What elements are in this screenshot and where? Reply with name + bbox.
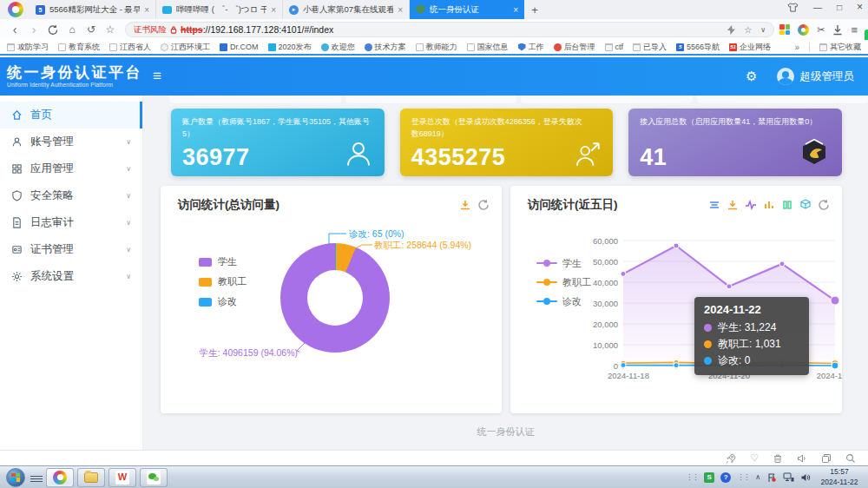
tab-close-icon[interactable]: ×	[513, 5, 518, 15]
sidebar-item-home[interactable]: 首页	[0, 102, 142, 129]
reload-icon[interactable]	[43, 24, 62, 36]
svg-text:0: 0	[614, 361, 618, 371]
close-button[interactable]: ×	[857, 1, 863, 13]
download-icon[interactable]	[459, 199, 471, 211]
browser-tab[interactable]: 5566精彩网址大全 - 最早最方 ×	[30, 0, 156, 19]
browser-tab-active[interactable]: 统一身份认证 ×	[410, 0, 524, 19]
boost-rocket-icon[interactable]	[726, 453, 736, 464]
other-bookmarks[interactable]: 其它收藏	[819, 42, 861, 53]
refresh-icon[interactable]	[818, 199, 830, 211]
browser-logo-icon[interactable]	[8, 2, 23, 17]
bookmark-item[interactable]: 51企业网络	[729, 42, 771, 53]
legend-item[interactable]: 教职工	[536, 273, 591, 292]
taskbar-clock[interactable]: 15:57 2024-11-22	[817, 467, 862, 486]
bookmarks-overflow-icon[interactable]: »	[794, 43, 799, 52]
minimize-button[interactable]: —	[813, 3, 822, 12]
screenshot-scissors-icon[interactable]: ✂	[817, 24, 825, 36]
address-bar[interactable]: 证书风险 https://192.168.177.128:4101/#/inde…	[125, 22, 774, 37]
tray-app-icon[interactable]: S	[704, 472, 714, 483]
bookmark-item[interactable]: 技术方案	[365, 42, 406, 53]
file-icon	[11, 217, 23, 228]
tooltip-value: 诊改: 0	[718, 353, 750, 368]
legend-item[interactable]: 教职工	[199, 272, 247, 292]
stat-card-value: 41	[640, 144, 667, 171]
legend-item[interactable]: 诊改	[536, 292, 591, 311]
bookmark-item[interactable]: 欢迎您	[321, 42, 355, 53]
bookmark-item[interactable]: 江西省人	[109, 42, 151, 53]
bookmark-item[interactable]: ctf	[605, 43, 624, 51]
tab-close-icon[interactable]: ×	[398, 5, 403, 15]
action-center-flag-icon[interactable]	[766, 472, 777, 483]
apps-grid-icon[interactable]	[779, 24, 790, 35]
bar-chart-icon[interactable]	[763, 199, 775, 211]
multi-window-icon[interactable]	[821, 453, 832, 464]
sidebar-item-system[interactable]: 系统设置 ∨	[0, 263, 142, 290]
star-icon[interactable]: ☆	[101, 23, 120, 36]
cube-icon[interactable]	[799, 199, 812, 211]
download-icon[interactable]	[727, 199, 739, 211]
back-icon[interactable]: ‹	[5, 23, 24, 36]
line-chart-icon[interactable]	[745, 199, 757, 211]
bookmark-item[interactable]: 工作	[518, 42, 544, 53]
sidebar-item-certificates[interactable]: 证书管理 ∨	[0, 236, 142, 263]
sidebar-item-applications[interactable]: 应用管理 ∨	[0, 155, 142, 182]
bookmark-item[interactable]: 已导入	[633, 42, 667, 53]
task-list-icon[interactable]	[30, 476, 43, 479]
bookmark-item[interactable]: 国家信息	[467, 42, 509, 53]
browser-account-icon[interactable]	[798, 24, 809, 36]
new-tab-button[interactable]: +	[524, 0, 545, 19]
volume-icon[interactable]	[800, 472, 811, 483]
bookmark-item[interactable]: 后台管理	[554, 42, 595, 53]
settings-gear-icon[interactable]: ⚙	[746, 69, 757, 84]
network-icon[interactable]	[783, 472, 794, 482]
menu-icon[interactable]: ≡	[851, 23, 858, 36]
tray-help-icon[interactable]: ?	[720, 472, 731, 483]
taskbar-wechat-button[interactable]	[140, 468, 168, 487]
sidebar-label: 安全策略	[30, 188, 74, 203]
browser-tab[interactable]: 小巷人家第07集在线观看-电 ×	[283, 0, 410, 19]
sidebar-item-audit[interactable]: 日志审计 ∨	[0, 209, 142, 236]
address-chevron-icon[interactable]: ∨	[760, 26, 766, 34]
taskbar-wps-button[interactable]: W	[108, 468, 136, 487]
tab-close-icon[interactable]: ×	[144, 5, 149, 15]
theme-icon[interactable]	[787, 3, 799, 12]
browser-tab[interactable]: 哔哩哔哩 ( ゜- ゜)つロ 干杯~-b ×	[156, 0, 283, 19]
forward-icon[interactable]: ›	[24, 23, 43, 36]
bookmark-star-icon[interactable]: ☆	[744, 25, 752, 35]
tab-close-icon[interactable]: ×	[271, 5, 276, 15]
bookmark-item[interactable]: 江西环境工	[161, 42, 210, 53]
taskbar-explorer-button[interactable]	[77, 468, 105, 487]
trash-icon[interactable]	[773, 453, 783, 464]
downloads-icon[interactable]	[832, 24, 843, 36]
show-hidden-icons[interactable]: ∧	[755, 473, 760, 481]
user-menu[interactable]: 超级管理员	[777, 68, 855, 85]
home-icon[interactable]: ⌂	[62, 23, 82, 36]
sidebar-label: 首页	[30, 108, 52, 122]
zoom-search-icon[interactable]	[845, 453, 856, 464]
legend-item[interactable]: 诊改	[199, 292, 247, 312]
avatar	[777, 68, 794, 85]
taskbar-browser-button[interactable]	[46, 468, 74, 487]
folder-icon	[605, 43, 613, 51]
mute-speaker-icon[interactable]	[797, 453, 807, 464]
refresh-icon[interactable]	[477, 199, 490, 211]
stacked-lines-icon[interactable]	[708, 199, 720, 211]
bookmark-item[interactable]: 教育系统	[58, 42, 100, 53]
bookmark-item[interactable]: Dr.COM	[220, 43, 259, 51]
bookmark-item[interactable]: 教师能力	[416, 42, 457, 53]
undo-icon[interactable]: ↺	[82, 23, 101, 36]
legend-item[interactable]: 学生	[199, 252, 247, 272]
bookmark-item[interactable]: 攻防学习	[7, 42, 49, 53]
maximize-button[interactable]: □	[837, 3, 842, 12]
sidebar-collapse-icon[interactable]: ≡	[153, 68, 161, 85]
reader-bolt-icon[interactable]	[727, 25, 735, 35]
bookmark-item[interactable]: 2020发布	[268, 42, 312, 53]
column-view-icon[interactable]	[781, 199, 793, 211]
start-button[interactable]	[6, 468, 25, 487]
5566-icon: 5	[676, 43, 684, 51]
legend-item[interactable]: 学生	[536, 254, 591, 273]
sidebar-item-accounts[interactable]: 账号管理 ∨	[0, 129, 142, 155]
sidebar-item-security[interactable]: 安全策略 ∨	[0, 182, 142, 209]
heart-icon[interactable]: ♡	[750, 452, 759, 464]
bookmark-item[interactable]: 55566导航	[676, 42, 720, 53]
